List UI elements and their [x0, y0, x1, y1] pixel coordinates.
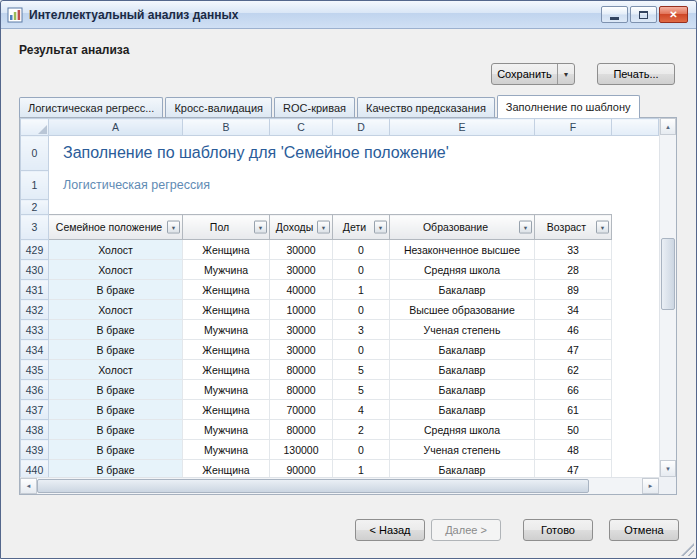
grid-cell[interactable]: Холост	[49, 240, 183, 260]
grid-cell[interactable]: 1	[333, 280, 390, 300]
horizontal-scrollbar[interactable]: ◄ ►	[20, 477, 659, 494]
resize-grip[interactable]	[681, 543, 694, 556]
column-header-income[interactable]: Доходы ▼	[270, 215, 333, 240]
filter-dropdown-icon[interactable]: ▼	[167, 221, 180, 234]
row-number[interactable]: 434	[21, 340, 49, 360]
grid-cell[interactable]: 10000	[270, 300, 333, 320]
vertical-scrollbar[interactable]: ▲ ▼	[659, 118, 676, 477]
grid-cell[interactable]: 61	[535, 400, 612, 420]
grid-cell[interactable]: Ученая степень	[390, 320, 535, 340]
table-row[interactable]: 429 Холост Женщина 30000 0 Незаконченное…	[21, 240, 659, 260]
select-all-corner[interactable]	[21, 119, 49, 136]
save-button[interactable]: Сохранить ▾	[491, 63, 575, 85]
horizontal-scroll-thumb[interactable]	[37, 479, 589, 493]
grid-cell[interactable]: Женщина	[183, 460, 270, 478]
grid-cell[interactable]: Средняя школа	[390, 420, 535, 440]
scroll-up-icon[interactable]: ▲	[660, 118, 676, 135]
grid-cell[interactable]: Бакалавр	[390, 280, 535, 300]
table-row[interactable]: 438 В браке Мужчина 80000 2 Средняя школ…	[21, 420, 659, 440]
grid-cell[interactable]: Женщина	[183, 300, 270, 320]
row-number[interactable]: 435	[21, 360, 49, 380]
grid-cell[interactable]: В браке	[49, 380, 183, 400]
filter-dropdown-icon[interactable]: ▼	[519, 221, 532, 234]
grid-cell[interactable]: Мужчина	[183, 420, 270, 440]
grid-cell[interactable]: 47	[535, 460, 612, 478]
maximize-button[interactable]	[630, 6, 657, 23]
filter-dropdown-icon[interactable]: ▼	[254, 221, 267, 234]
column-header-age[interactable]: Возраст ▼	[535, 215, 612, 240]
table-row[interactable]: 436 В браке Мужчина 80000 5 Бакалавр 66	[21, 380, 659, 400]
grid-cell[interactable]: 0	[333, 300, 390, 320]
row-number[interactable]: 1	[21, 171, 49, 200]
table-row[interactable]: 431 В браке Женщина 40000 1 Бакалавр 89	[21, 280, 659, 300]
filter-dropdown-icon[interactable]: ▼	[596, 221, 609, 234]
title-bar[interactable]: Интеллектуальный анализ данных ✕	[1, 1, 696, 29]
column-letter-b[interactable]: B	[183, 119, 270, 136]
grid-cell[interactable]: 48	[535, 440, 612, 460]
row-number[interactable]: 0	[21, 136, 49, 171]
grid-cell[interactable]: 33	[535, 240, 612, 260]
column-letter-f[interactable]: F	[535, 119, 612, 136]
grid-cell[interactable]: В браке	[49, 400, 183, 420]
grid-cell[interactable]: 0	[333, 240, 390, 260]
grid-cell[interactable]: Мужчина	[183, 260, 270, 280]
grid-cell[interactable]: В браке	[49, 320, 183, 340]
grid-cell[interactable]: 0	[333, 440, 390, 460]
next-button[interactable]: Далее >	[431, 519, 501, 541]
grid-cell[interactable]: 80000	[270, 360, 333, 380]
grid-cell[interactable]: Бакалавр	[390, 380, 535, 400]
filter-dropdown-icon[interactable]: ▼	[374, 221, 387, 234]
row-number[interactable]: 3	[21, 215, 49, 240]
grid-cell[interactable]: 47	[535, 340, 612, 360]
scroll-down-icon[interactable]: ▼	[660, 460, 676, 477]
grid-cell[interactable]: В браке	[49, 420, 183, 440]
finish-button[interactable]: Готово	[523, 519, 593, 541]
table-row[interactable]: 434 В браке Женщина 30000 0 Бакалавр 47	[21, 340, 659, 360]
row-number[interactable]: 432	[21, 300, 49, 320]
grid-cell[interactable]: В браке	[49, 440, 183, 460]
column-letter-a[interactable]: A	[49, 119, 183, 136]
grid-cell[interactable]: 90000	[270, 460, 333, 478]
grid-cell[interactable]: 50	[535, 420, 612, 440]
grid-cell[interactable]: Бакалавр	[390, 460, 535, 478]
scroll-right-icon[interactable]: ►	[642, 478, 659, 494]
close-button[interactable]: ✕	[659, 6, 688, 23]
grid-cell[interactable]: Бакалавр	[390, 400, 535, 420]
grid-cell[interactable]: 30000	[270, 240, 333, 260]
grid-cell[interactable]: Женщина	[183, 340, 270, 360]
grid-cell[interactable]: 46	[535, 320, 612, 340]
row-number[interactable]: 433	[21, 320, 49, 340]
row-number[interactable]: 430	[21, 260, 49, 280]
grid-cell[interactable]: 0	[333, 340, 390, 360]
column-header-marital[interactable]: Семейное положение ▼	[49, 215, 183, 240]
filter-dropdown-icon[interactable]: ▼	[317, 221, 330, 234]
grid-cell[interactable]: 5	[333, 360, 390, 380]
column-letter-e[interactable]: E	[390, 119, 535, 136]
table-row[interactable]: 433 В браке Мужчина 30000 3 Ученая степе…	[21, 320, 659, 340]
back-button[interactable]: < Назад	[355, 519, 425, 541]
column-letter-c[interactable]: C	[270, 119, 333, 136]
grid-cell[interactable]: В браке	[49, 280, 183, 300]
column-letter-d[interactable]: D	[333, 119, 390, 136]
grid-cell[interactable]: Бакалавр	[390, 360, 535, 380]
grid-cell[interactable]: Женщина	[183, 280, 270, 300]
grid-cell[interactable]: 5	[333, 380, 390, 400]
grid-cell[interactable]: 30000	[270, 320, 333, 340]
tab-roc-curve[interactable]: ROC-кривая	[274, 97, 355, 118]
grid-cell[interactable]: Холост	[49, 300, 183, 320]
row-number[interactable]: 440	[21, 460, 49, 478]
column-header-education[interactable]: Образование ▼	[390, 215, 535, 240]
tab-logistic-regression[interactable]: Логистическая регресс...	[19, 97, 163, 118]
grid-cell[interactable]: 34	[535, 300, 612, 320]
grid-cell[interactable]: 1	[333, 460, 390, 478]
grid-cell[interactable]: Мужчина	[183, 380, 270, 400]
grid-cell[interactable]: 28	[535, 260, 612, 280]
grid-cell[interactable]: Женщина	[183, 400, 270, 420]
table-row[interactable]: 437 В браке Женщина 70000 4 Бакалавр 61	[21, 400, 659, 420]
grid-cell[interactable]: 80000	[270, 420, 333, 440]
grid-cell[interactable]: 4	[333, 400, 390, 420]
table-row[interactable]: 439 В браке Мужчина 130000 0 Ученая степ…	[21, 440, 659, 460]
grid-cell[interactable]: 66	[535, 380, 612, 400]
tab-prediction-quality[interactable]: Качество предсказания	[357, 97, 495, 118]
table-row[interactable]: 440 В браке Женщина 90000 1 Бакалавр 47	[21, 460, 659, 478]
